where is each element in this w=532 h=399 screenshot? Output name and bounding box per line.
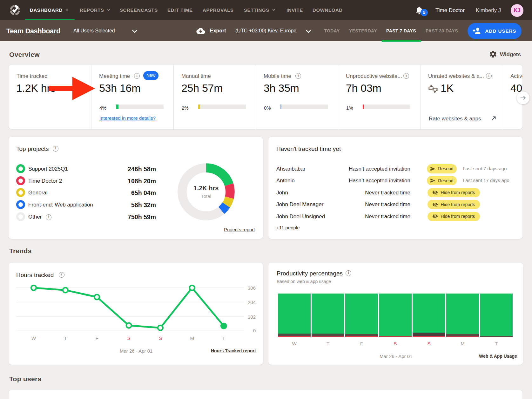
svg-text:S: S bbox=[127, 335, 131, 341]
svg-text:F: F bbox=[96, 335, 98, 341]
svg-text:T: T bbox=[222, 335, 225, 341]
svg-text:W: W bbox=[31, 335, 36, 341]
svg-text:306: 306 bbox=[248, 285, 256, 291]
svg-text:102: 102 bbox=[248, 314, 256, 320]
svg-text:S: S bbox=[159, 335, 162, 341]
svg-text:M: M bbox=[190, 335, 194, 341]
svg-text:204: 204 bbox=[248, 300, 256, 305]
svg-text:T: T bbox=[64, 335, 67, 341]
svg-text:0: 0 bbox=[253, 328, 256, 333]
